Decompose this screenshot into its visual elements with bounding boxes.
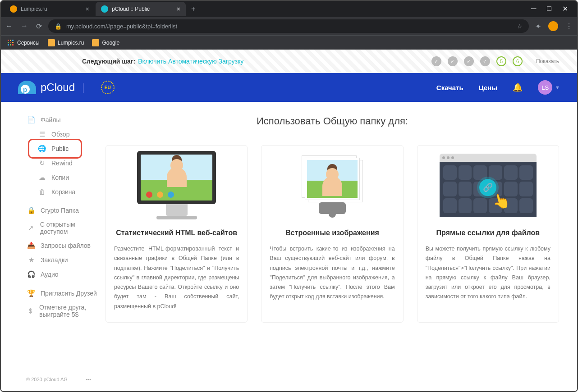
tab-lumpics[interactable]: Lumpics.ru ×	[5, 2, 95, 16]
browser-chrome: Lumpics.ru × pCloud :: Public × + ─ □ ✕ …	[1, 1, 577, 50]
svg-rect-2	[12, 40, 14, 41]
trophy-icon: 🏆	[27, 289, 35, 297]
bookmark-google[interactable]: Google	[92, 39, 119, 46]
step-pending[interactable]: 6	[513, 56, 523, 66]
divider: |	[82, 82, 85, 93]
dollar-icon: ＄	[27, 307, 34, 315]
card-illustration	[106, 146, 247, 224]
bookmarks-bar: Сервисы Lumpics.ru Google	[1, 35, 577, 50]
lock-icon: 🔒	[55, 23, 62, 30]
trash-icon: 🗑	[38, 188, 46, 196]
tab-bar: Lumpics.ru × pCloud :: Public × + ─ □ ✕	[1, 1, 577, 17]
sidebar-item-crypto[interactable]: 🔒 Crypto Папка	[1, 203, 100, 218]
svg-rect-4	[10, 42, 11, 43]
banner-action-link[interactable]: Включить Автоматическую Загрузку	[138, 58, 243, 65]
sidebar-label: Файлы	[41, 116, 60, 123]
tab-title: pCloud :: Public	[112, 6, 150, 12]
logo-icon	[18, 81, 36, 94]
file-icon: 📄	[27, 116, 35, 124]
step-done-icon: ✓	[464, 56, 474, 66]
extensions-icon[interactable]: ✦	[535, 22, 541, 31]
globe-icon: 🌐	[38, 145, 46, 153]
sidebar-label: Отметьте друга, выиграйте 5$	[39, 304, 100, 318]
sidebar-label: С открытым доступом	[40, 221, 100, 235]
headphones-icon: 🎧	[27, 270, 35, 278]
sidebar-label: Корзина	[51, 188, 75, 196]
bookmark-apps[interactable]: Сервисы	[7, 39, 40, 46]
sidebar-item-refer[interactable]: ＄ Отметьте друга, выиграйте 5$	[1, 301, 100, 321]
sidebar-label: Запросы файлов	[41, 242, 91, 249]
eu-badge: EU	[101, 81, 115, 94]
folder-icon	[48, 39, 55, 46]
card-illustration	[261, 146, 403, 224]
sidebar-item-audio[interactable]: 🎧 Аудио	[1, 267, 100, 282]
menu-icon[interactable]: ⋮	[565, 22, 573, 31]
history-icon: ↻	[38, 159, 46, 167]
folder-icon	[92, 39, 99, 46]
logo[interactable]: pCloud	[18, 81, 75, 94]
link-icon: 🔗	[479, 179, 496, 196]
close-icon[interactable]: ×	[82, 5, 89, 13]
svg-rect-6	[8, 44, 9, 46]
card-text: Вы можете получить прямую ссылку к любом…	[417, 244, 559, 313]
page-title: Использовать Общую папку для:	[106, 115, 559, 127]
sidebar-label: Аудио	[41, 271, 59, 278]
star-icon: ★	[27, 256, 35, 264]
svg-rect-5	[12, 42, 14, 43]
close-window-icon[interactable]: ✕	[562, 5, 568, 13]
notifications-icon[interactable]: 🔔	[513, 82, 523, 92]
sidebar-item-bookmarks[interactable]: ★ Закладки	[1, 253, 100, 267]
chevron-down-icon: ▼	[555, 85, 560, 90]
card-title: Встроенные изображения	[261, 229, 403, 237]
window-controls: ─ □ ✕	[524, 1, 575, 17]
sidebar-label: Копии	[51, 174, 69, 181]
sidebar-item-backups[interactable]: ☁ Копии	[1, 170, 100, 185]
close-icon[interactable]: ×	[173, 5, 180, 13]
sidebar-item-invite[interactable]: 🏆 Пригласить Друзей	[1, 286, 100, 301]
minimize-icon[interactable]: ─	[531, 5, 536, 13]
banner-prefix: Следующий шаг:	[82, 58, 135, 65]
pricing-link[interactable]: Цены	[479, 84, 497, 91]
back-icon[interactable]: ←	[5, 22, 13, 30]
sidebar-label: Пригласить Друзей	[41, 290, 97, 297]
more-icon[interactable]: •••	[86, 377, 91, 382]
card-title: Статистический HTML веб-сайтов	[106, 229, 247, 237]
header-actions: Скачать Цены 🔔 LS ▼	[436, 80, 560, 95]
new-tab-button[interactable]: +	[187, 5, 200, 13]
sidebar: 📄 Файлы ☰ Обзор 🌐 Public ↻ Rewind ☁ Копи…	[1, 102, 100, 391]
app-header: pCloud | EU Скачать Цены 🔔 LS ▼	[1, 73, 577, 102]
nav-icons: ← → ⟳	[5, 22, 42, 31]
address-bar[interactable]: 🔒 my.pcloud.com/#page=public&tpl=folderl…	[48, 19, 529, 33]
sidebar-item-public[interactable]: 🌐 Public	[1, 141, 100, 156]
sidebar-item-trash[interactable]: 🗑 Корзина	[1, 185, 100, 199]
show-link[interactable]: Показать	[536, 58, 559, 64]
download-link[interactable]: Скачать	[436, 84, 463, 91]
feature-cards: Статистический HTML веб-сайтов Разместит…	[106, 145, 559, 323]
page-content: Следующий шаг: Включить Автоматическую З…	[1, 50, 577, 391]
step-pending[interactable]: 5	[496, 56, 506, 66]
card-direct-links: 🔗 👆 Прямые ссылки для файлов Вы можете п…	[417, 145, 559, 323]
user-menu[interactable]: LS ▼	[538, 80, 560, 95]
bookmark-lumpics[interactable]: Lumpics.ru	[48, 39, 84, 46]
address-bar-row: ← → ⟳ 🔒 my.pcloud.com/#page=public&tpl=f…	[1, 17, 577, 35]
main-layout: 📄 Файлы ☰ Обзор 🌐 Public ↻ Rewind ☁ Копи…	[1, 102, 577, 391]
svg-rect-8	[12, 44, 14, 46]
sidebar-item-requests[interactable]: 📥 Запросы файлов	[1, 238, 100, 253]
forward-icon[interactable]: →	[21, 22, 28, 30]
main-content: Использовать Общую папку для: С	[100, 102, 577, 391]
favicon-pcloud	[101, 5, 108, 13]
svg-rect-7	[10, 44, 11, 46]
card-title: Прямые ссылки для файлов	[417, 229, 559, 237]
sidebar-label: Public	[51, 145, 69, 152]
sidebar-item-shared[interactable]: ↗ С открытым доступом	[1, 218, 100, 238]
card-text: Чтобы встроить какие-то из изображения н…	[261, 244, 403, 313]
maximize-icon[interactable]: □	[547, 5, 551, 13]
tab-pcloud[interactable]: pCloud :: Public ×	[96, 2, 186, 16]
profile-avatar[interactable]	[548, 21, 558, 31]
card-illustration: 🔗 👆	[417, 146, 559, 224]
sidebar-item-files[interactable]: 📄 Файлы	[1, 113, 100, 127]
reload-icon[interactable]: ⟳	[36, 22, 42, 31]
bookmark-label: Google	[102, 40, 119, 46]
sidebar-label: Закладки	[41, 256, 68, 264]
star-icon[interactable]: ☆	[517, 23, 523, 30]
